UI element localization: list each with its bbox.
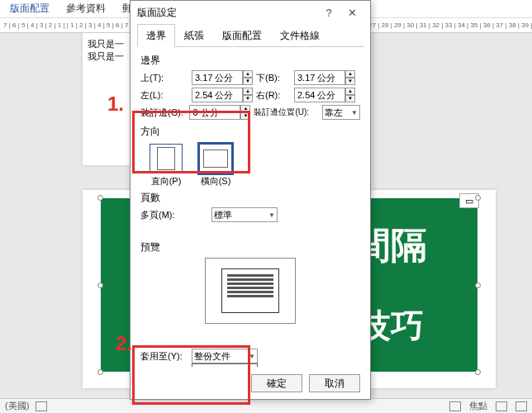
- status-bar: (美國) 焦點: [0, 398, 532, 413]
- ribbon-tab-references[interactable]: 參考資料: [58, 0, 114, 18]
- spinner-buttons[interactable]: ▲▼: [243, 70, 253, 85]
- status-focus[interactable]: 焦點: [469, 400, 487, 412]
- resize-handle[interactable]: [97, 282, 103, 288]
- doc-text: 我只是一: [88, 38, 127, 50]
- resize-handle[interactable]: [475, 369, 481, 375]
- multipage-label: 多頁(M):: [140, 209, 188, 221]
- orientation-portrait[interactable]: 直向(P): [147, 144, 185, 188]
- resize-handle[interactable]: [97, 369, 103, 375]
- status-icon[interactable]: [36, 401, 47, 411]
- annotation-1: 1.: [107, 93, 124, 116]
- view-icon[interactable]: [496, 401, 507, 411]
- spinner-buttons[interactable]: ▲▼: [345, 70, 355, 85]
- spinner-buttons[interactable]: ▲▼: [345, 88, 355, 102]
- orientation-label: 方向: [140, 125, 360, 139]
- right-margin-input[interactable]: [294, 88, 345, 102]
- chevron-down-icon: ▼: [268, 211, 275, 219]
- spinner-buttons[interactable]: ▲▼: [240, 105, 250, 120]
- ok-button[interactable]: 確定: [251, 374, 302, 392]
- margins-label: 邊界: [140, 54, 360, 68]
- orientation-landscape[interactable]: 橫向(S): [197, 144, 235, 188]
- pages-label: 頁數: [140, 191, 360, 205]
- apply-to-combo[interactable]: 整份文件▼: [192, 349, 258, 363]
- gutter-input[interactable]: [189, 105, 240, 120]
- left-margin-label: 左(L):: [140, 89, 188, 102]
- page-setup-dialog: 版面設定 ? ✕ 邊界 紙張 版面配置 文件格線 邊界 上(T): ▲▼ 下(B…: [130, 0, 371, 400]
- spinner-buttons[interactable]: ▲▼: [243, 88, 253, 102]
- bottom-margin-input[interactable]: [294, 70, 345, 85]
- bottom-margin-label: 下(B):: [256, 72, 291, 84]
- chevron-down-icon: ▼: [351, 109, 358, 116]
- landscape-icon: [199, 144, 232, 173]
- dropdown-option[interactable]: 整份文件: [192, 364, 257, 367]
- cancel-button[interactable]: 取消: [309, 374, 360, 392]
- tab-layout[interactable]: 版面配置: [213, 24, 271, 47]
- status-language[interactable]: (美國): [5, 400, 29, 412]
- dialog-titlebar[interactable]: 版面設定 ? ✕: [131, 1, 370, 24]
- resize-handle[interactable]: [97, 195, 103, 201]
- top-margin-input[interactable]: [192, 70, 243, 85]
- left-margin-input[interactable]: [192, 88, 243, 102]
- tab-paper[interactable]: 紙張: [175, 24, 213, 47]
- chevron-down-icon: ▼: [249, 353, 255, 360]
- resize-handle[interactable]: [475, 282, 481, 288]
- gutter-pos-label: 裝訂邊位置(U):: [254, 107, 318, 118]
- resize-handle[interactable]: [475, 195, 481, 201]
- dialog-tabs: 邊界 紙張 版面配置 文件格線: [137, 24, 363, 47]
- help-button[interactable]: ?: [317, 7, 340, 19]
- tab-margins[interactable]: 邊界: [137, 24, 175, 47]
- dialog-title: 版面設定: [137, 6, 317, 20]
- tab-grid[interactable]: 文件格線: [271, 24, 329, 47]
- apply-to-dropdown: 整份文件 選取文字: [192, 363, 258, 367]
- view-icon[interactable]: [515, 401, 527, 411]
- ribbon-tab-layout[interactable]: 版面配置: [2, 0, 58, 18]
- preview-box: [205, 258, 296, 324]
- top-margin-label: 上(T):: [140, 72, 188, 84]
- portrait-icon: [150, 144, 183, 173]
- preview-label: 預覽: [140, 240, 360, 254]
- close-button[interactable]: ✕: [340, 7, 363, 19]
- annotation-2: 2.: [116, 332, 132, 355]
- multipage-combo[interactable]: 標準▼: [211, 207, 278, 222]
- doc-text: 我只是一: [88, 50, 127, 63]
- apply-to-label: 套用至(Y):: [140, 350, 188, 363]
- gutter-pos-combo[interactable]: 靠左▼: [322, 105, 360, 120]
- gutter-label: 裝訂邊(G):: [140, 107, 186, 119]
- view-icon[interactable]: [449, 401, 461, 411]
- right-margin-label: 右(R):: [256, 89, 291, 102]
